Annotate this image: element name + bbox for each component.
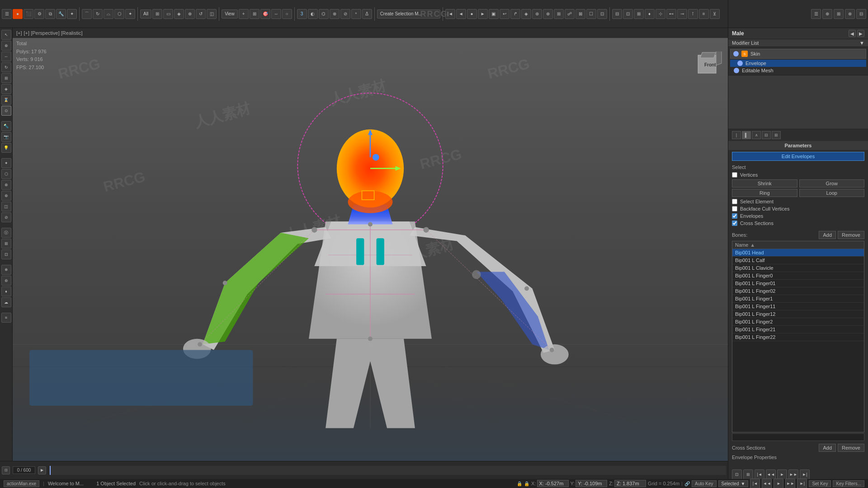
at6[interactable]: ↩ [500,9,509,19]
bones-list[interactable]: Name ▲ Bip001 Head Bip001 L Calf Bip001 … [732,241,864,432]
edit-envelopes-btn[interactable]: Edit Envelopes [732,152,864,161]
lt20[interactable]: ⊡ [1,249,11,259]
at7[interactable]: ↱ [510,9,520,19]
at4[interactable]: ► [478,9,488,19]
view-btn5[interactable]: ○ [282,9,292,19]
bone-item-lfinger02[interactable]: Bip001 L Finger02 [732,287,864,295]
settings-btn[interactable]: ⚙ [34,9,44,19]
lt9[interactable]: 🔦 [1,121,11,131]
bone-item-head[interactable]: Bip001 Head [732,249,864,257]
bone-item-lfinger21[interactable]: Bip001 L Finger21 [732,326,864,333]
lt7[interactable]: ⌛ [1,95,11,105]
edit2-btn[interactable]: ✦ [125,9,135,19]
lt8[interactable]: ⊙ [1,106,11,116]
backface-checkbox[interactable] [732,206,737,211]
anim-ctrl2[interactable]: ▶ [38,466,46,474]
play-btn[interactable]: ► [774,479,783,488]
modifier-skin[interactable]: S Skin [730,49,866,59]
at12[interactable]: ☍ [565,9,575,19]
lt4[interactable]: ↻ [1,62,11,72]
at15[interactable]: ⊡ [597,9,607,19]
rpb2[interactable]: ⊞ [743,469,753,479]
et2[interactable]: ⊡ [623,9,633,19]
arc-btn[interactable]: ⌓ [104,9,113,19]
lt15[interactable]: ⊕ [1,191,11,201]
play-prev-btn[interactable]: ◄◄ [762,479,772,488]
view-btn3[interactable]: 🎯 [260,9,270,19]
x-value[interactable]: X: -0.527m [537,480,569,487]
sel4-btn[interactable]: ↺ [196,9,206,19]
pt4[interactable]: ⊟ [762,131,771,139]
lt5[interactable]: ⊞ [1,73,11,83]
bone-item-lfinger12[interactable]: Bip001 L Finger12 [732,310,864,318]
at8[interactable]: ◈ [521,9,531,19]
anim-btn6[interactable]: Δ [362,9,372,19]
et4[interactable]: ♦ [645,9,655,19]
et7[interactable]: ⊸ [677,9,687,19]
loop-btn[interactable]: ↻ [93,9,103,19]
cross-sections-checkbox[interactable] [732,221,737,226]
view-btn4[interactable]: ↔ [271,9,281,19]
modifier-btn[interactable]: ⧉ [45,9,55,19]
lt25[interactable]: ≡ [1,313,11,323]
lt21[interactable]: ❄ [1,265,11,275]
all-dropdown[interactable]: All [140,9,151,19]
anim-btn1[interactable]: ◐ [308,9,318,19]
anim-btn3[interactable]: ⊗ [330,9,340,19]
rpb7[interactable]: ►| [800,469,810,479]
rpb1[interactable]: ⊡ [732,469,742,479]
view-btn1[interactable]: + [239,9,249,19]
num3-btn[interactable]: 3 [297,9,307,19]
menu-btn[interactable]: ☰ [2,9,12,19]
lt23[interactable]: ♦ [1,286,11,296]
anim-btn4[interactable]: ⊘ [340,9,350,19]
pt2[interactable]: ▌ [742,131,751,139]
modifier-list-dropdown[interactable]: Modifier List ▼ [728,39,868,47]
rp-btn2[interactable]: ⊕ [822,9,832,19]
rect-sel-btn[interactable]: ▭ [163,9,173,19]
rp-btn1[interactable]: ☰ [811,9,821,19]
anim-ctrl1[interactable]: ⊡ [2,466,10,474]
ring-btn[interactable]: Ring [732,189,797,197]
vertices-checkbox[interactable] [732,172,737,178]
bone-item-lfinger0[interactable]: Bip001 L Finger0 [732,272,864,280]
lt22[interactable]: ⊛ [1,276,11,286]
select-element-checkbox[interactable] [732,199,737,204]
cs-remove-btn[interactable]: Remove [838,444,864,452]
pt5[interactable]: ⊞ [772,131,781,139]
rpb6[interactable]: ►► [788,469,798,479]
bone-item-lclavicle[interactable]: Bip001 L Clavicle [732,264,864,272]
shrink-btn[interactable]: Shrink [732,179,797,188]
bone-item-lfinger22[interactable]: Bip001 L Finger22 [732,333,864,341]
rp-btn4[interactable]: ⊗ [845,9,855,19]
timeline-track[interactable] [50,466,726,475]
at14[interactable]: ☐ [586,9,596,19]
anim-btn2[interactable]: ⌬ [319,9,329,19]
set-key-btn[interactable]: Set Key [809,480,831,487]
pt3[interactable]: ∧ [752,131,761,139]
select-btn[interactable]: ⌒ [82,9,92,19]
bone-item-lcalf[interactable]: Bip001 L Calf [732,257,864,264]
view-btn2[interactable]: ⊞ [250,9,259,19]
bone-search-input[interactable] [732,433,864,441]
pt1[interactable]: | [732,131,741,139]
rpb3[interactable]: |◄ [755,469,764,479]
rpb5[interactable]: ► [777,469,787,479]
obj-btn2[interactable]: ▶ [857,30,864,37]
rp-btn3[interactable]: ⊞ [834,9,844,19]
et3[interactable]: ⊞ [634,9,644,19]
envelopes-checkbox[interactable] [732,213,737,219]
lt11[interactable]: 💡 [1,143,11,153]
bones-remove-btn[interactable]: Remove [838,231,864,239]
at3[interactable]: ● [467,9,477,19]
bone-item-lfinger11[interactable]: Bip001 L Finger11 [732,303,864,310]
lt13[interactable]: ⬡ [1,169,11,179]
lt10[interactable]: 📷 [1,132,11,142]
loop-btn2[interactable]: Loop [799,189,865,197]
at10[interactable]: ⊕ [543,9,553,19]
y-value[interactable]: Y: -0.109m [576,480,607,487]
rpb4[interactable]: ◄◄ [766,469,776,479]
auto-key-btn[interactable]: Auto Key [692,480,717,487]
lt6[interactable]: ◈ [1,84,11,94]
sel2-btn[interactable]: ◈ [174,9,184,19]
